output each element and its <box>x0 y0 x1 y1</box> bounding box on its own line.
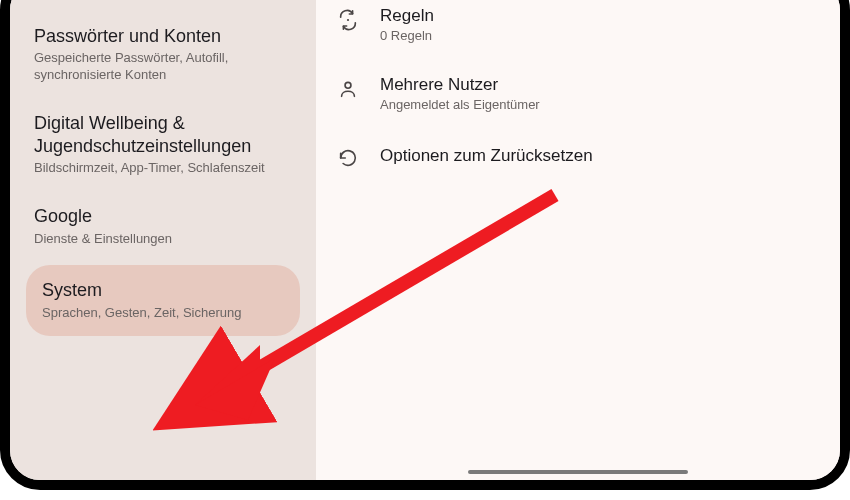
sidebar-item-sub: Dienste & Einstellungen <box>34 231 292 248</box>
detail-text: Mehrere Nutzer Angemeldet als Eigentümer <box>380 75 812 112</box>
settings-detail-pane: Regeln 0 Regeln Mehrere Nutzer Angemelde… <box>316 0 840 480</box>
detail-sub: 0 Regeln <box>380 28 812 43</box>
sidebar-item-wellbeing[interactable]: Digital Wellbeing & Jugendschutzeinstel­… <box>26 98 300 191</box>
sidebar-item-sub: Sprachen, Gesten, Zeit, Sicherung <box>42 305 284 322</box>
detail-text: Regeln 0 Regeln <box>380 6 812 43</box>
sidebar-item-google[interactable]: Google Dienste & Einstellungen <box>26 191 300 261</box>
sidebar-item-label: System <box>42 279 284 302</box>
screen: Informationen, Benachrichtigungen Passwö… <box>10 0 840 480</box>
sidebar-item-passwords[interactable]: Passwörter und Konten Gespeicherte Passw… <box>26 11 300 98</box>
person-icon <box>336 77 360 101</box>
detail-row-reset[interactable]: Optionen zum Zurücksetzen <box>336 128 812 186</box>
navigation-handle[interactable] <box>468 470 688 474</box>
detail-title: Optionen zum Zurücksetzen <box>380 146 812 166</box>
settings-sidebar: Informationen, Benachrichtigungen Passwö… <box>10 0 316 480</box>
detail-row-rules[interactable]: Regeln 0 Regeln <box>336 0 812 59</box>
sync-rules-icon <box>336 8 360 32</box>
sidebar-item-label: Google <box>34 205 292 228</box>
sidebar-item-sub: Bildschirmzeit, App-Timer, Schlafenszeit <box>34 160 292 177</box>
sidebar-item-system[interactable]: System Sprachen, Gesten, Zeit, Sicherung <box>26 265 300 335</box>
detail-row-users[interactable]: Mehrere Nutzer Angemeldet als Eigentümer <box>336 59 812 128</box>
svg-point-1 <box>345 82 351 88</box>
detail-title: Regeln <box>380 6 812 26</box>
sidebar-item-sub: Gespeicherte Passwörter, Autofill, synch… <box>34 50 292 84</box>
detail-text: Optionen zum Zurücksetzen <box>380 146 812 168</box>
sidebar-item-label: Passwörter und Konten <box>34 25 292 48</box>
tablet-frame: Informationen, Benachrichtigungen Passwö… <box>0 0 850 490</box>
sidebar-item-apps[interactable]: Informationen, Benachrichtigungen <box>26 0 300 11</box>
sidebar-item-label: Digital Wellbeing & Jugendschutzeinstel­… <box>34 112 292 157</box>
svg-point-0 <box>347 19 349 21</box>
detail-sub: Angemeldet als Eigentümer <box>380 97 812 112</box>
detail-title: Mehrere Nutzer <box>380 75 812 95</box>
restore-icon <box>336 146 360 170</box>
